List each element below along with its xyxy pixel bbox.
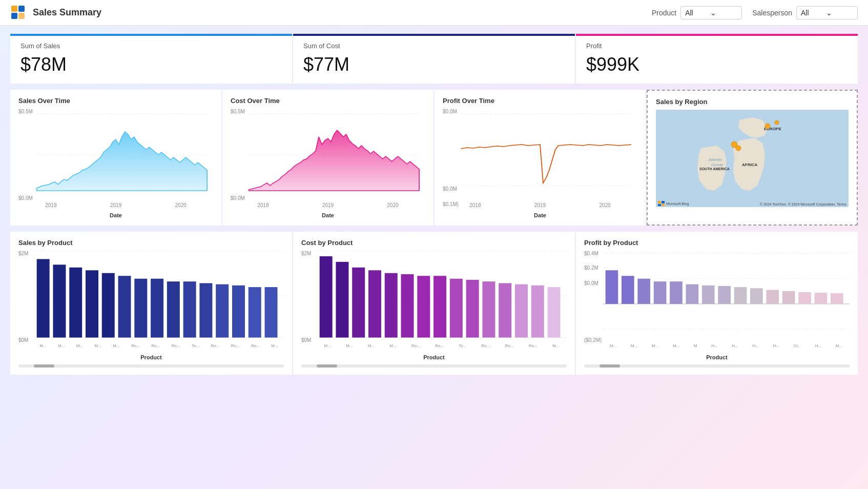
profit-over-time-svg — [443, 109, 637, 198]
svg-rect-39 — [183, 281, 196, 337]
svg-rect-44 — [265, 287, 278, 337]
pbp-x-axis: Product — [584, 354, 850, 360]
map-svg: Atlantic Ocean EUROPE AFRICA SOUTH AMERI… — [656, 110, 849, 207]
sbp-x-labels: M... M... M... M... M... Ro... Ro... Ro.… — [34, 343, 284, 348]
svg-text:Ocean: Ocean — [711, 162, 724, 167]
cost-by-product-svg — [317, 251, 567, 340]
svg-rect-69 — [637, 279, 650, 304]
product-filter-select[interactable]: All ⌄ — [680, 6, 742, 19]
kpi-profit: Profit $999K — [576, 34, 858, 84]
svg-point-22 — [775, 120, 779, 125]
cbp-scrollbar[interactable] — [301, 364, 567, 368]
cost-y-min: $0.0M — [231, 195, 245, 201]
svg-rect-58 — [482, 281, 495, 337]
sbp-scrollbar[interactable] — [18, 364, 284, 368]
sales-y-max: $0.5M — [18, 109, 33, 114]
svg-rect-40 — [199, 283, 212, 337]
kpi-profit-value: $999K — [586, 54, 848, 75]
svg-point-20 — [736, 146, 741, 151]
svg-rect-73 — [702, 286, 715, 304]
svg-rect-70 — [654, 281, 667, 304]
svg-rect-78 — [782, 291, 795, 304]
app-logo — [10, 5, 27, 21]
bing-label: Microsoft Bing — [666, 202, 689, 206]
svg-rect-57 — [466, 280, 479, 338]
profit-over-time-title: Profit Over Time — [443, 97, 637, 105]
kpi-sum-cost-label: Sum of Cost — [303, 42, 565, 50]
svg-rect-77 — [766, 290, 779, 304]
svg-rect-54 — [417, 276, 430, 337]
profit-x-axis-label: Date — [443, 212, 637, 218]
cost-by-product-chart: $2M $0M — [301, 251, 567, 353]
svg-rect-55 — [433, 276, 446, 337]
svg-rect-52 — [385, 273, 398, 338]
sales-x-2018: 2018 — [45, 202, 56, 208]
svg-rect-26 — [662, 204, 665, 206]
sales-by-product-card: Sales by Product $2M $0M — [10, 232, 292, 375]
svg-rect-53 — [401, 274, 414, 338]
map-visual: Atlantic Ocean EUROPE AFRICA SOUTH AMERI… — [656, 110, 849, 207]
salesperson-filter-group: Salesperson All ⌄ — [752, 6, 858, 19]
map-copyright: © 2024 TomTom, © 2024 Microsoft Corporat… — [760, 202, 846, 206]
svg-text:SOUTH AMERICA: SOUTH AMERICA — [699, 167, 730, 171]
chevron-down-icon: ⌄ — [710, 9, 735, 17]
kpi-row: Sum of Sales $78M Sum of Cost $77M Profi… — [10, 34, 858, 84]
profit-y-mid: $0.0M — [443, 186, 457, 192]
svg-rect-68 — [622, 276, 634, 304]
profit-x-labels: 2018 2019 2020 — [443, 202, 637, 208]
svg-rect-72 — [686, 284, 699, 304]
cost-x-2018: 2018 — [257, 202, 268, 208]
cbp-x-axis: Product — [301, 354, 567, 360]
svg-rect-50 — [352, 268, 365, 338]
svg-rect-34 — [102, 273, 115, 338]
kpi-sum-cost-value: $77M — [303, 54, 565, 75]
cbp-scrollbar-thumb[interactable] — [317, 364, 337, 368]
cost-x-2020: 2020 — [387, 202, 399, 208]
svg-rect-1 — [18, 6, 25, 12]
kpi-sum-sales: Sum of Sales $78M — [10, 34, 292, 84]
salesperson-filter-value: All — [801, 9, 826, 17]
sales-x-2020: 2020 — [175, 202, 187, 208]
sales-over-time-card: Sales Over Time $0.5M $0.0M — [10, 90, 221, 226]
profit-over-time-card: Profit Over Time $0.0M $0.0M $0.1M) 2018… — [435, 90, 646, 226]
svg-rect-32 — [69, 268, 82, 338]
svg-rect-80 — [815, 293, 828, 304]
svg-rect-71 — [670, 281, 683, 304]
svg-rect-74 — [718, 286, 731, 304]
cost-over-time-svg — [231, 109, 425, 198]
sales-over-time-chart: $0.5M $0.0M — [18, 109, 213, 211]
svg-rect-81 — [831, 293, 843, 304]
svg-rect-2 — [11, 13, 17, 19]
sales-x-axis-label: Date — [18, 212, 213, 218]
svg-rect-76 — [750, 288, 763, 304]
pbp-scrollbar[interactable] — [584, 364, 850, 368]
profit-x-2020: 2020 — [600, 202, 611, 208]
product-filter-group: Product All ⌄ — [652, 6, 742, 19]
svg-rect-31 — [53, 264, 66, 337]
header-filters: Product All ⌄ Salesperson All ⌄ — [652, 6, 858, 19]
svg-rect-60 — [515, 284, 528, 338]
profit-by-product-svg — [603, 251, 850, 340]
profit-x-2019: 2019 — [534, 202, 546, 208]
cost-x-2019: 2019 — [322, 202, 334, 208]
svg-rect-42 — [232, 286, 245, 338]
profit-by-product-card: Profit by Product $0.4M $0.2M $0.0M ($0.… — [576, 232, 858, 375]
svg-rect-23 — [658, 201, 661, 203]
cost-x-labels: 2018 2019 2020 — [231, 202, 425, 208]
cost-by-product-title: Cost by Product — [301, 239, 567, 247]
profit-x-2018: 2018 — [469, 202, 481, 208]
svg-rect-25 — [658, 204, 661, 206]
profit-y-max: $0.0M — [443, 109, 457, 114]
bottom-charts-row: Sales by Product $2M $0M — [10, 232, 858, 375]
svg-point-21 — [765, 124, 770, 129]
sales-by-product-chart: $2M $0M — [18, 251, 284, 353]
pbp-scrollbar-thumb[interactable] — [600, 364, 620, 368]
salesperson-filter-select[interactable]: All ⌄ — [796, 6, 858, 19]
svg-rect-35 — [118, 276, 131, 337]
profit-by-product-chart: $0.4M $0.2M $0.0M ($0.2M) — [584, 251, 850, 353]
sbp-scrollbar-thumb[interactable] — [34, 364, 54, 368]
svg-rect-49 — [336, 262, 348, 338]
cost-x-axis-label: Date — [231, 212, 425, 218]
sales-y-min: $0.0M — [18, 195, 33, 201]
svg-rect-0 — [11, 6, 17, 12]
